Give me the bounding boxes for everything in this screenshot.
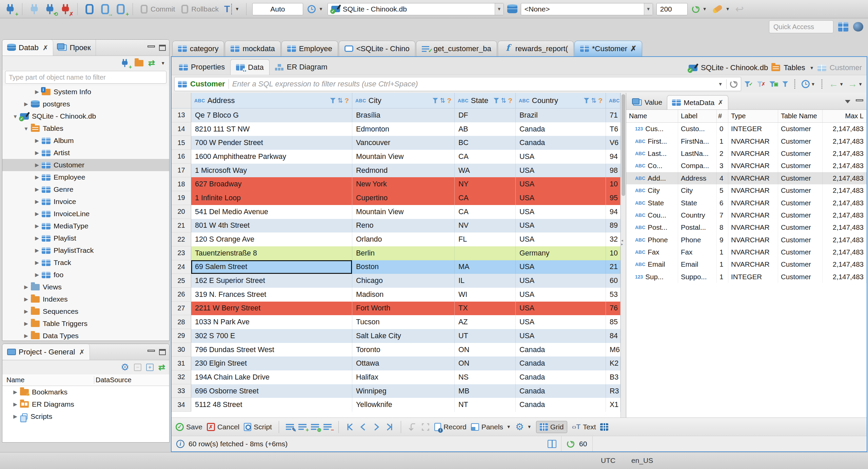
cell-postal[interactable]: 95 bbox=[606, 191, 620, 205]
locale-indicator[interactable]: en_US bbox=[631, 456, 653, 465]
cell-label[interactable]: Compa... bbox=[678, 160, 717, 172]
text-view-toggle[interactable]: ‹›T Text bbox=[572, 423, 596, 431]
cell-city[interactable]: Chicago bbox=[352, 274, 455, 288]
cell-state[interactable]: TX bbox=[455, 302, 516, 315]
expand-arrow-icon[interactable] bbox=[32, 199, 42, 205]
cell-city[interactable]: New York bbox=[352, 177, 455, 191]
cell-address[interactable]: 801 W 4th Street bbox=[191, 219, 352, 233]
cell-column-name[interactable]: ABCPhone bbox=[626, 234, 678, 246]
edit-cell-button[interactable]: ✎ bbox=[286, 423, 294, 431]
gear-icon[interactable]: ⚙ bbox=[121, 363, 129, 372]
cell-table-name[interactable]: Customer bbox=[778, 209, 823, 221]
cell-address[interactable]: 69 Salem Street bbox=[191, 260, 352, 274]
chevron-down-icon[interactable]: ▼ bbox=[810, 65, 814, 70]
metadata-row[interactable]: ABCFax Fax 1 NVARCHAR Customer 2,147,483 bbox=[626, 246, 867, 258]
new-folder-icon[interactable] bbox=[135, 60, 143, 66]
filter-expression-input[interactable]: Customer Enter a SQL expression to filte… bbox=[174, 77, 741, 91]
expand-arrow-icon[interactable] bbox=[32, 272, 42, 278]
column-name[interactable]: Name bbox=[2, 376, 94, 384]
cell-address[interactable]: 1600 Amphitheatre Parkway bbox=[191, 150, 352, 164]
cell-type[interactable]: NVARCHAR bbox=[728, 147, 778, 160]
editor-tab[interactable]: Employee ✗ bbox=[281, 41, 338, 56]
cell-column-name[interactable]: ABCState bbox=[626, 197, 678, 209]
cell-city[interactable]: Fort Worth bbox=[352, 302, 455, 315]
metadata-row[interactable]: ABCCity City 5 NVARCHAR Customer 2,147,4… bbox=[626, 184, 867, 197]
last-row-button[interactable] bbox=[385, 423, 394, 431]
object-filter-input[interactable]: Type part of object name to filter bbox=[5, 71, 166, 84]
minimize-icon[interactable] bbox=[147, 45, 155, 47]
cell-ordinal[interactable]: 4 bbox=[717, 172, 728, 184]
cell-postal[interactable]: 98 bbox=[606, 164, 620, 178]
editor-tab[interactable]: *Customer ✗ bbox=[574, 41, 642, 56]
table-row[interactable]: 26 319 N. Frances Street Madison WI USA … bbox=[172, 288, 620, 302]
cell-country[interactable]: Canada bbox=[516, 356, 606, 370]
cell-city[interactable]: Mountain View bbox=[352, 205, 455, 219]
cell-country[interactable]: USA bbox=[516, 150, 606, 164]
cell-max-length[interactable]: 2,147,483 bbox=[823, 221, 867, 233]
cell-address[interactable]: 1 Infinite Loop bbox=[191, 191, 352, 205]
cell-address[interactable]: Tauentzienstraße 8 bbox=[191, 246, 352, 260]
cell-country[interactable]: USA bbox=[516, 315, 606, 329]
cell-address[interactable]: 8210 111 ST NW bbox=[191, 122, 352, 136]
cell-label[interactable]: Phone bbox=[678, 234, 717, 246]
tree-item[interactable]: foo bbox=[2, 269, 169, 281]
table-row[interactable]: 25 162 E Superior Street Chicago IL USA … bbox=[172, 274, 620, 288]
column-header-city[interactable]: ABC City ⇅? bbox=[352, 93, 455, 108]
tab-er-diagram[interactable]: ER Diagram bbox=[270, 59, 333, 75]
expand-arrow-icon[interactable] bbox=[32, 174, 42, 180]
cell-table-name[interactable]: Customer bbox=[778, 258, 823, 270]
custom-filter-button[interactable] bbox=[782, 81, 788, 87]
table-row[interactable]: 34 5112 48 Street Yellowknife NT Canada … bbox=[172, 398, 620, 412]
cell-max-length[interactable]: 2,147,483 bbox=[823, 147, 867, 160]
project-tree-item[interactable]: Scripts bbox=[2, 410, 169, 423]
cell-column-name[interactable]: ABCAdd... bbox=[626, 172, 678, 184]
column-datasource[interactable]: DataSource bbox=[94, 376, 132, 384]
metadata-row[interactable]: ABCState State 6 NVARCHAR Customer 2,147… bbox=[626, 197, 867, 209]
row-number[interactable]: 15 bbox=[172, 136, 191, 150]
table-row[interactable]: 18 627 Broadway New York NY USA 10 bbox=[172, 177, 620, 191]
cell-column-name[interactable]: ABCCou... bbox=[626, 209, 678, 221]
metadata-row[interactable]: ABCLast... LastNa... 2 NVARCHAR Customer… bbox=[626, 147, 867, 160]
row-number[interactable]: 27 bbox=[172, 302, 191, 315]
filter-funnel-icon[interactable] bbox=[584, 98, 589, 103]
sash-arrows-icon[interactable]: ◂▸ bbox=[621, 239, 623, 246]
cell-country[interactable]: Canada bbox=[516, 370, 606, 384]
duplicate-row-button[interactable]: ⊕ bbox=[311, 423, 319, 431]
cell-city[interactable]: Halifax bbox=[352, 370, 455, 384]
cell-label[interactable]: Email bbox=[678, 258, 717, 270]
tab-database-navigator[interactable]: Datab ✗ bbox=[2, 40, 53, 56]
breadcrumb-connection[interactable]: SQLite - Chinook.db bbox=[701, 63, 768, 72]
cell-address[interactable]: 796 Dundas Street West bbox=[191, 343, 352, 357]
row-number[interactable]: 25 bbox=[172, 274, 191, 288]
cell-postal[interactable]: M6 bbox=[606, 343, 620, 357]
cell-state[interactable]: IL bbox=[455, 274, 516, 288]
cell-max-length[interactable]: 2,147,483 bbox=[823, 246, 867, 258]
cell-type[interactable]: NVARCHAR bbox=[728, 197, 778, 209]
cell-label[interactable]: Postal... bbox=[678, 221, 717, 233]
cell-label[interactable]: Address bbox=[678, 172, 717, 184]
commit-button[interactable]: Commit bbox=[139, 3, 176, 15]
cell-postal[interactable]: K2 bbox=[606, 356, 620, 370]
cell-table-name[interactable]: Customer bbox=[778, 160, 823, 172]
editor-tab[interactable]: mockdata ✗ bbox=[225, 41, 280, 56]
cell-type[interactable]: NVARCHAR bbox=[728, 135, 778, 147]
cell-country[interactable]: Canada bbox=[516, 136, 606, 150]
cell-address[interactable]: 1 Microsoft Way bbox=[191, 164, 352, 178]
fetch-size-input[interactable]: 200 bbox=[656, 3, 688, 15]
cell-postal[interactable]: 71 bbox=[606, 108, 620, 122]
metadata-row[interactable]: ABCPhone Phone 9 NVARCHAR Customer 2,147… bbox=[626, 234, 867, 246]
connection-combo[interactable]: SQLite - Chinook.db ▼ bbox=[328, 3, 504, 15]
cell-type[interactable]: NVARCHAR bbox=[728, 246, 778, 258]
sql-editor-button[interactable] bbox=[83, 3, 96, 15]
cell-label[interactable]: Suppo... bbox=[678, 271, 717, 283]
delete-row-button[interactable]: − bbox=[323, 423, 332, 431]
cell-table-name[interactable]: Customer bbox=[778, 123, 823, 135]
close-icon[interactable]: ✗ bbox=[718, 99, 723, 106]
expand-arrow-icon[interactable] bbox=[32, 162, 42, 168]
row-number[interactable]: 34 bbox=[172, 398, 191, 412]
tree-item[interactable]: Sequences bbox=[2, 305, 169, 318]
column-header-name[interactable]: Name bbox=[626, 110, 678, 122]
expand-all-icon[interactable]: + bbox=[146, 364, 154, 371]
fetch-next-button[interactable]: →▼ bbox=[848, 79, 863, 89]
cell-column-name[interactable]: ABCCity bbox=[626, 184, 678, 197]
